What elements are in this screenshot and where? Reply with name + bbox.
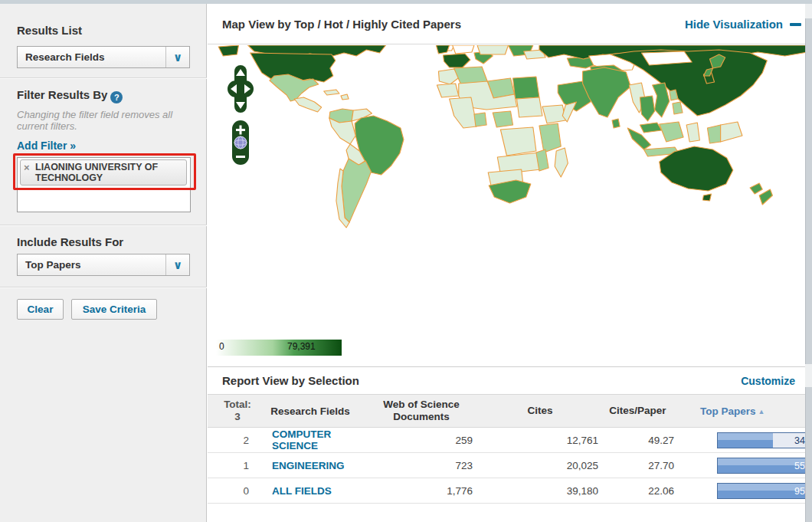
- table-row: 1ENGINEERING72320,02527.7055: [208, 453, 812, 478]
- total-label: Total:: [224, 399, 251, 410]
- world-choropleth-map[interactable]: [208, 45, 812, 359]
- row-cites: 12,761: [479, 435, 601, 446]
- top-papers-bar-fill: [718, 484, 807, 498]
- filter-chip[interactable]: × LIAONING UNIVERSITY OF TECHNOLOGY: [20, 159, 187, 185]
- results-list-dropdown[interactable]: Research Fields ∨: [17, 46, 190, 68]
- include-results-dropdown[interactable]: Top Papers ∨: [17, 254, 190, 276]
- filter-results-heading-text: Filter Results By: [17, 88, 107, 101]
- scrollbar-thumb[interactable]: [805, 18, 812, 364]
- map-view-title: Map View by Top / Hot / Highly Cited Pap…: [222, 4, 461, 44]
- main-panel: Map View by Top / Hot / Highly Cited Pap…: [208, 4, 812, 522]
- hide-visualization-link[interactable]: Hide Visualization: [685, 4, 801, 44]
- customize-link[interactable]: Customize: [741, 367, 795, 395]
- legend-min-label: 0: [219, 341, 224, 352]
- column-cites[interactable]: Cites: [479, 405, 601, 417]
- scrollbar[interactable]: [805, 4, 812, 522]
- research-field-link[interactable]: ENGINEERING: [272, 460, 345, 471]
- row-docs: 1,776: [364, 485, 479, 497]
- zoom-out-icon: [236, 156, 245, 158]
- map-legend: 0 79,391: [216, 340, 342, 356]
- section-divider: [0, 225, 207, 226]
- save-criteria-button[interactable]: Save Criteria: [71, 299, 157, 320]
- add-filter-link[interactable]: Add Filter »: [17, 140, 76, 152]
- filter-chip-label: LIAONING UNIVERSITY OF TECHNOLOGY: [35, 162, 183, 183]
- include-results-heading: Include Results For: [17, 235, 123, 248]
- help-icon[interactable]: ?: [110, 91, 123, 103]
- results-list-heading: Results List: [17, 24, 82, 37]
- row-rank: 1: [218, 460, 257, 471]
- sort-ascending-icon: ▲: [758, 408, 765, 415]
- map-view-header: Map View by Top / Hot / Highly Cited Pap…: [208, 4, 812, 44]
- chevron-down-icon[interactable]: ∨: [165, 254, 189, 275]
- row-field-cell: ENGINEERING: [257, 458, 364, 472]
- top-papers-bar[interactable]: 95: [717, 483, 807, 499]
- top-papers-value: 34: [794, 433, 805, 448]
- row-cites-per-paper: 22.06: [601, 485, 674, 497]
- top-papers-bar-fill: [718, 458, 807, 473]
- row-rank: 2: [218, 435, 257, 446]
- row-docs: 723: [364, 460, 479, 471]
- top-papers-bar[interactable]: 55: [717, 458, 807, 474]
- research-field-link[interactable]: COMPUTER SCIENCE: [272, 428, 358, 451]
- column-top-papers[interactable]: Top Papers▲: [674, 405, 812, 417]
- research-field-link[interactable]: ALL FIELDS: [272, 485, 332, 497]
- row-top-papers-cell: 95: [674, 483, 812, 499]
- row-top-papers-cell: 34: [674, 432, 812, 448]
- include-results-dropdown-value: Top Papers: [18, 259, 165, 271]
- top-papers-value: 55: [794, 458, 805, 474]
- table-row: 2COMPUTER SCIENCE25912,76149.2734: [208, 428, 812, 453]
- top-papers-value: 95: [794, 484, 805, 499]
- section-divider: [0, 77, 207, 79]
- column-cites-per-paper[interactable]: Cites/Paper: [601, 405, 674, 417]
- map-controls: [228, 65, 254, 168]
- row-field-cell: COMPUTER SCIENCE: [257, 428, 364, 452]
- top-papers-bar[interactable]: 34: [717, 432, 807, 448]
- scrollbar-thumb[interactable]: [805, 387, 812, 522]
- column-research-fields[interactable]: Research Fields: [257, 405, 364, 417]
- section-divider: [0, 287, 207, 288]
- column-top-papers-label: Top Papers: [700, 405, 756, 417]
- clear-button[interactable]: Clear: [17, 299, 64, 320]
- row-docs: 259: [364, 435, 479, 446]
- filter-results-heading: Filter Results By?: [17, 88, 123, 103]
- row-cites: 39,180: [479, 485, 601, 497]
- row-top-papers-cell: 55: [674, 458, 812, 474]
- hide-visualization-label: Hide Visualization: [685, 18, 783, 31]
- report-view-header: Report View by Selection Customize: [208, 366, 812, 394]
- pan-control[interactable]: [228, 65, 254, 113]
- total-header: Total:3: [218, 399, 257, 423]
- legend-max-label: 79,391: [287, 341, 316, 352]
- row-cites: 20,025: [479, 460, 601, 471]
- filter-note: Changing the filter field removes all cu…: [17, 109, 188, 132]
- row-field-cell: ALL FIELDS: [257, 484, 364, 497]
- chevron-down-icon[interactable]: ∨: [165, 47, 189, 67]
- globe-icon: [234, 136, 247, 149]
- table-header-row: Total:3 Research Fields Web of Science D…: [208, 394, 812, 428]
- report-view-title: Report View by Selection: [222, 367, 359, 395]
- map-area: 0 79,391: [208, 45, 812, 366]
- results-list-dropdown-value: Research Fields: [18, 51, 165, 63]
- report-table: Total:3 Research Fields Web of Science D…: [208, 394, 812, 504]
- column-wos-documents[interactable]: Web of Science Documents: [364, 399, 479, 423]
- sidebar: Results List Research Fields ∨ Filter Re…: [0, 4, 207, 522]
- row-cites-per-paper: 27.70: [601, 460, 674, 471]
- report-table-body: 2COMPUTER SCIENCE25912,76149.27341ENGINE…: [208, 428, 812, 504]
- zoom-control[interactable]: [232, 120, 249, 165]
- total-value: 3: [234, 411, 241, 422]
- top-papers-bar-fill: [718, 433, 773, 448]
- row-cites-per-paper: 49.27: [601, 435, 674, 446]
- table-row: 0ALL FIELDS1,77639,18022.0695: [208, 478, 812, 504]
- countries[interactable]: [218, 45, 812, 228]
- remove-filter-icon[interactable]: ×: [24, 162, 35, 183]
- minus-icon: [790, 23, 801, 26]
- row-rank: 0: [218, 485, 257, 497]
- active-filters-box[interactable]: × LIAONING UNIVERSITY OF TECHNOLOGY: [17, 157, 191, 212]
